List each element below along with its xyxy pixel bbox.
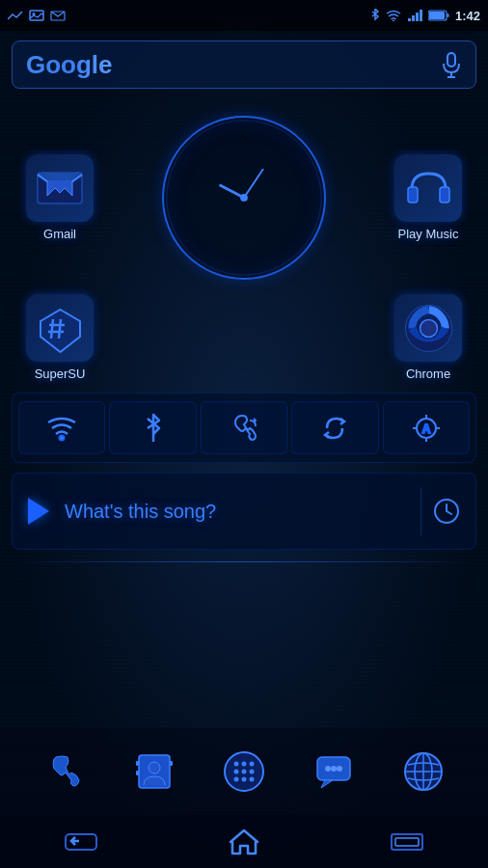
dock-messages[interactable] — [305, 743, 363, 800]
svg-text:A: A — [421, 422, 430, 436]
svg-rect-11 — [447, 53, 455, 67]
svg-rect-4 — [408, 18, 411, 21]
svg-rect-66 — [392, 834, 422, 850]
svg-rect-43 — [170, 761, 173, 766]
wifi-toggle[interactable] — [18, 401, 105, 454]
mic-icon[interactable] — [441, 51, 462, 78]
svg-point-30 — [60, 435, 65, 440]
search-bar[interactable]: Google — [12, 41, 476, 89]
svg-rect-41 — [136, 761, 139, 766]
svg-rect-19 — [408, 187, 418, 203]
app-row-top: Gmail — [12, 106, 476, 289]
svg-rect-42 — [136, 771, 139, 775]
play-music-icon[interactable] — [394, 154, 462, 222]
status-right: 1:42 — [370, 9, 480, 23]
svg-point-53 — [241, 777, 246, 782]
clock-widget — [152, 106, 336, 289]
song-divider — [420, 487, 421, 535]
svg-rect-6 — [416, 13, 419, 21]
dock-apps[interactable] — [215, 743, 273, 800]
chrome-label: Chrome — [406, 366, 450, 381]
dock-browser[interactable] — [394, 743, 452, 800]
status-left — [8, 10, 66, 21]
nav-bar — [0, 815, 488, 868]
svg-line-17 — [244, 170, 263, 198]
svg-point-48 — [249, 762, 254, 767]
divider — [12, 561, 476, 562]
play-music-label: Play Music — [398, 227, 459, 241]
nav-recents[interactable] — [378, 825, 436, 858]
svg-point-47 — [241, 762, 246, 767]
sync-toggle[interactable] — [201, 401, 287, 454]
history-icon[interactable] — [433, 498, 460, 525]
rotate-toggle[interactable] — [291, 401, 378, 454]
svg-point-52 — [233, 777, 238, 782]
dock — [0, 728, 488, 815]
status-bar: 1:42 — [0, 0, 488, 31]
nav-home[interactable] — [215, 825, 273, 858]
song-text: What's this song? — [65, 501, 409, 523]
wifi-status-icon — [386, 10, 401, 21]
svg-point-18 — [240, 194, 248, 202]
svg-rect-10 — [447, 14, 448, 17]
svg-point-57 — [325, 766, 331, 772]
chrome-icon[interactable] — [394, 294, 462, 362]
svg-marker-65 — [230, 830, 258, 854]
svg-rect-5 — [412, 15, 415, 21]
svg-rect-7 — [420, 10, 422, 21]
svg-marker-56 — [321, 780, 333, 788]
svg-rect-20 — [440, 187, 449, 203]
svg-line-16 — [221, 185, 244, 198]
app-row-bottom: SuperSU — [12, 294, 476, 381]
svg-rect-9 — [429, 12, 445, 19]
signal-icon — [407, 10, 422, 21]
main-content: Gmail — [0, 98, 488, 574]
battery-icon — [428, 10, 449, 21]
play-button[interactable] — [28, 498, 49, 525]
image-icon — [29, 10, 44, 21]
supersu-app[interactable]: SuperSU — [12, 294, 108, 381]
svg-rect-0 — [30, 11, 43, 20]
song-widget[interactable]: What's this song? — [12, 473, 476, 550]
svg-rect-64 — [66, 834, 96, 850]
gmail-label: Gmail — [43, 227, 76, 241]
supersu-label: SuperSU — [35, 366, 86, 381]
supersu-icon[interactable] — [26, 294, 94, 362]
nav-back[interactable] — [52, 825, 110, 858]
play-music-app[interactable]: Play Music — [380, 154, 476, 241]
bluetooth-status-icon — [370, 9, 380, 22]
svg-point-59 — [337, 766, 342, 772]
svg-rect-67 — [395, 838, 419, 846]
toggles-row: A — [12, 393, 476, 463]
gmail-status-icon — [50, 10, 66, 21]
trend-icon — [8, 10, 23, 21]
gmail-icon[interactable] — [26, 154, 94, 222]
dock-phone[interactable] — [36, 743, 94, 800]
svg-point-50 — [241, 770, 246, 774]
svg-point-54 — [249, 777, 254, 782]
svg-point-3 — [393, 20, 394, 22]
svg-point-51 — [249, 770, 254, 774]
clock-face — [162, 116, 326, 280]
brightness-toggle[interactable]: A — [383, 401, 470, 454]
dock-contacts[interactable] — [125, 743, 183, 800]
svg-point-58 — [331, 766, 337, 772]
chrome-app[interactable]: Chrome — [380, 294, 476, 381]
svg-line-39 — [447, 511, 451, 514]
gmail-app[interactable]: Gmail — [12, 154, 108, 241]
svg-point-49 — [233, 770, 238, 774]
google-logo: Google — [26, 50, 113, 80]
time-display: 1:42 — [455, 9, 480, 23]
svg-point-44 — [149, 762, 160, 773]
svg-point-46 — [233, 762, 238, 767]
svg-point-29 — [420, 319, 437, 337]
bluetooth-toggle[interactable] — [109, 401, 196, 454]
